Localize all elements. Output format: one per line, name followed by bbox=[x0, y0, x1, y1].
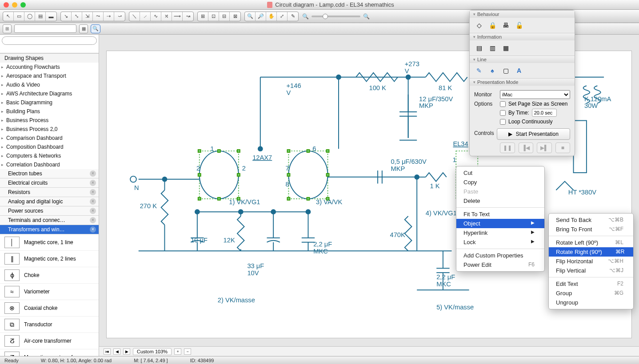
connect-6[interactable]: ⤻ bbox=[114, 12, 125, 21]
category-item[interactable]: Accounting Flowcharts bbox=[0, 63, 99, 71]
category-item[interactable]: Computers & Networks bbox=[0, 151, 99, 160]
menu-item[interactable]: Rotate Left (90º)⌘L bbox=[549, 238, 633, 247]
close-icon[interactable]: × bbox=[90, 180, 96, 186]
zoom-plus-icon[interactable]: 🔍 bbox=[363, 13, 370, 20]
pen-icon[interactable]: ✎ bbox=[474, 66, 484, 75]
ellipse-tool[interactable]: ◯ bbox=[24, 12, 35, 21]
menu-item[interactable]: Hyperlink▶ bbox=[456, 228, 544, 237]
close-icon[interactable] bbox=[4, 2, 9, 8]
menu-item[interactable]: Object▶ bbox=[456, 219, 544, 228]
category-item[interactable]: Building Plans bbox=[0, 107, 99, 116]
palette-item[interactable]: ≈Variometer bbox=[0, 284, 99, 300]
prev-icon[interactable]: ▐◀ bbox=[519, 142, 534, 153]
category-item[interactable]: Aerospace and Transport bbox=[0, 71, 99, 80]
pointer-tool[interactable]: ↖ bbox=[3, 12, 14, 21]
close-icon[interactable]: × bbox=[90, 170, 96, 177]
category-item[interactable]: Composition Dashboard bbox=[0, 142, 99, 151]
palette-item[interactable]: ⵒAir-core transformer bbox=[0, 333, 99, 349]
start-presentation-button[interactable]: ▶ Start Presentation bbox=[497, 128, 570, 140]
pan-icon[interactable]: ✋ bbox=[266, 12, 277, 21]
library-tab[interactable]: Electrical circuits× bbox=[0, 178, 99, 188]
inspector-panel[interactable]: Behaviour ◇ 🔒 🖶 🔓 Information ▤ ▥ ▦ Line… bbox=[469, 10, 575, 156]
behaviour-icon[interactable]: ◇ bbox=[474, 20, 484, 30]
menu-item[interactable]: Send To Back⌥⌘B bbox=[549, 215, 633, 225]
library-tab-selected[interactable]: Transformers and win…× bbox=[0, 225, 99, 234]
maximize-icon[interactable] bbox=[20, 2, 26, 8]
library-tab[interactable]: Analog and digital logic× bbox=[0, 197, 99, 206]
close-icon[interactable]: × bbox=[90, 217, 96, 223]
zoom-minus-icon[interactable]: 🔍 bbox=[302, 13, 309, 20]
zoom-thumb[interactable] bbox=[323, 14, 328, 19]
category-item[interactable]: Comparison Dashboard bbox=[0, 134, 99, 142]
square-icon[interactable]: ▢ bbox=[501, 66, 511, 75]
zoom-in-btn[interactable]: + bbox=[174, 348, 181, 355]
connect-2[interactable]: ⤡ bbox=[72, 12, 82, 21]
info-icon-3[interactable]: ▦ bbox=[501, 43, 511, 53]
connect-4[interactable]: ⤳ bbox=[93, 12, 104, 21]
section-head[interactable]: Information bbox=[470, 33, 575, 40]
snap-2[interactable]: ⊡ bbox=[208, 12, 219, 21]
menu-item[interactable]: Fit To Text bbox=[456, 210, 544, 219]
bytime-input[interactable] bbox=[532, 109, 557, 117]
close-icon[interactable]: × bbox=[90, 226, 96, 233]
zoom-in-icon[interactable]: 🔍 bbox=[245, 12, 256, 21]
menu-item[interactable]: Power EditF6 bbox=[456, 260, 544, 269]
menu-item[interactable]: Add Custom Properties bbox=[456, 251, 544, 260]
line-5[interactable]: ⟿ bbox=[172, 12, 183, 21]
unlock-icon[interactable]: 🔓 bbox=[514, 20, 524, 30]
zoom-display[interactable]: Custom 103% bbox=[133, 348, 172, 355]
library-tab[interactable]: Resistors× bbox=[0, 188, 99, 197]
section-head[interactable]: Behaviour bbox=[470, 11, 575, 18]
line-2[interactable]: ⟋ bbox=[140, 12, 151, 21]
info-icon-1[interactable]: ▤ bbox=[474, 43, 484, 53]
menu-item[interactable]: Delete bbox=[456, 196, 544, 206]
category-item[interactable]: Audio & Video bbox=[0, 80, 99, 89]
snap-1[interactable]: ⊞ bbox=[198, 12, 208, 21]
palette-item[interactable]: ⧉Transductor bbox=[0, 317, 99, 333]
bytime-checkbox[interactable] bbox=[500, 110, 506, 116]
minimize-icon[interactable] bbox=[12, 2, 17, 8]
category-item[interactable]: Business Process 2,0 bbox=[0, 125, 99, 134]
library-tab[interactable]: Terminals and connec…× bbox=[0, 216, 99, 225]
search-button[interactable]: 🔍 bbox=[91, 24, 100, 33]
palette-item[interactable]: ⊗Coaxial choke bbox=[0, 300, 99, 317]
grid-view-icon[interactable]: ▦ bbox=[79, 24, 88, 33]
palette-item[interactable]: ‖Magnetic core, 2 lines bbox=[0, 251, 99, 267]
palette-item[interactable]: ⵒMagnetic-core transformer bbox=[0, 349, 99, 356]
page-next-icon[interactable]: ▶ bbox=[123, 348, 130, 355]
category-item[interactable]: Basic Diagramming bbox=[0, 98, 99, 107]
line-3[interactable]: ∿ bbox=[151, 12, 161, 21]
menu-item[interactable]: Flip Vertical⌥⌘J bbox=[549, 266, 633, 275]
menu-item[interactable]: Edit TextF2 bbox=[549, 279, 633, 289]
pagesize-checkbox[interactable] bbox=[500, 101, 506, 107]
connect-5[interactable]: ⇢ bbox=[104, 12, 114, 21]
library-tab[interactable]: Power sources× bbox=[0, 206, 99, 216]
context-menu[interactable]: CutCopyPasteDeleteFit To TextObject▶Hype… bbox=[456, 166, 545, 272]
section-head[interactable]: Line bbox=[470, 56, 575, 63]
fit-icon[interactable]: ⤢ bbox=[277, 12, 288, 21]
zoom-out-btn[interactable]: − bbox=[184, 348, 191, 355]
zoom-track[interactable] bbox=[312, 16, 360, 17]
menu-item[interactable]: Bring To Front⌥⌘F bbox=[549, 225, 633, 234]
snap-4[interactable]: ⊠ bbox=[230, 12, 240, 21]
stop-icon[interactable]: ■ bbox=[555, 142, 571, 153]
connect-1[interactable]: ↘ bbox=[61, 12, 72, 21]
lock-icon[interactable]: 🔒 bbox=[487, 20, 497, 30]
zoom-out-icon[interactable]: 🔎 bbox=[256, 12, 266, 21]
line-1[interactable]: ＼ bbox=[129, 12, 140, 21]
context-submenu-object[interactable]: Send To Back⌥⌘BBring To Front⌥⌘FRotate L… bbox=[548, 213, 634, 309]
menu-item[interactable]: Copy bbox=[456, 178, 544, 187]
library-tab[interactable]: Electron tubes× bbox=[0, 169, 99, 178]
text-tool[interactable]: ▤ bbox=[35, 12, 46, 21]
next-icon[interactable]: ▶▌ bbox=[537, 142, 552, 153]
menu-item[interactable]: Cut bbox=[456, 168, 544, 178]
category-item[interactable]: Business Process bbox=[0, 116, 99, 125]
sidebar-search-input[interactable] bbox=[2, 36, 97, 45]
section-head[interactable]: Presentation Mode bbox=[470, 79, 575, 86]
page-prev-icon[interactable]: ◀ bbox=[113, 348, 120, 355]
menu-item[interactable]: Ungroup bbox=[549, 298, 633, 307]
menu-item[interactable]: Flip Horizontal⌥⌘H bbox=[549, 257, 633, 266]
info-icon-2[interactable]: ▥ bbox=[487, 43, 497, 53]
snap-3[interactable]: ⊟ bbox=[219, 12, 230, 21]
monitor-select[interactable]: iMac bbox=[500, 90, 570, 99]
